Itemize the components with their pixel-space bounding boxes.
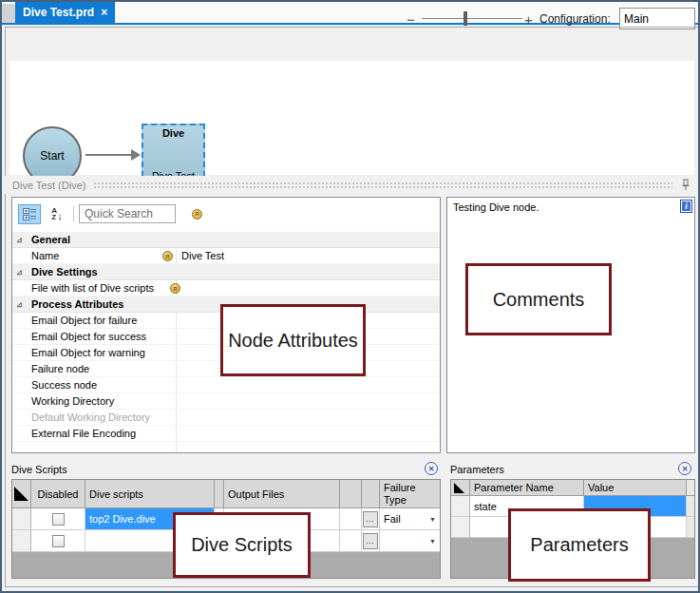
required-badge-icon: R: [170, 283, 180, 294]
scrollbar-gutter: [687, 517, 694, 538]
column-header-spacer[interactable]: [340, 480, 362, 508]
disabled-checkbox[interactable]: [52, 513, 65, 526]
column-header-dive-scripts[interactable]: Dive scripts: [85, 480, 215, 508]
parameters-title: Parameters: [450, 464, 504, 475]
disabled-cell: [31, 508, 85, 530]
annotation-text: Node Attributes: [228, 330, 358, 352]
browse-button[interactable]: …: [363, 533, 378, 549]
expander-icon[interactable]: ⊿: [16, 300, 28, 309]
property-row-success-node[interactable]: Success node: [12, 377, 440, 393]
row-selector[interactable]: [451, 517, 470, 538]
parameters-close-icon[interactable]: ✕: [678, 462, 691, 475]
tab-close-icon[interactable]: ×: [101, 6, 107, 19]
required-badge-icon: R: [162, 251, 173, 261]
dock-grip-texture: [93, 182, 672, 190]
property-label: Email Object for warning: [31, 347, 145, 358]
failure-type-cell[interactable]: ▼: [380, 530, 440, 552]
spacer-cell: [340, 530, 362, 552]
property-label: Working Directory: [31, 395, 114, 407]
tab-bar-spacer: [2, 4, 15, 23]
corner-triangle-icon: [454, 483, 464, 493]
row-selector[interactable]: [12, 508, 31, 530]
comments-text: Testing Dive node.: [453, 201, 539, 213]
property-row-external-file-encoding[interactable]: External File Encoding: [12, 426, 440, 442]
disabled-checkbox[interactable]: [52, 535, 65, 547]
disabled-cell: [31, 530, 85, 552]
property-label: Success node: [31, 379, 97, 391]
row-selector[interactable]: [12, 530, 31, 552]
dive-scripts-close-icon[interactable]: ✕: [425, 462, 438, 475]
annotation-node-attributes: Node Attributes: [220, 304, 366, 376]
table-corner-cell[interactable]: [12, 480, 31, 508]
dive-node-type-label: Dive: [162, 127, 184, 139]
connector-arrowhead-icon: [131, 149, 141, 161]
browse-button[interactable]: …: [363, 511, 378, 527]
start-node-label: Start: [40, 149, 64, 163]
workflow-canvas[interactable]: Start Dive Dive Test: [9, 61, 694, 175]
table-corner-cell[interactable]: [451, 480, 470, 496]
zoom-slider-thumb[interactable]: [464, 11, 467, 26]
categorize-button[interactable]: [18, 204, 41, 224]
property-label: Failure node: [31, 363, 89, 374]
info-icon[interactable]: i: [680, 200, 692, 213]
sort-az-icon: AZ ↓: [51, 207, 62, 220]
row-selector[interactable]: [451, 496, 470, 517]
property-grid-toolbar: AZ ↓ R: [12, 198, 440, 230]
category-label: General: [31, 234, 70, 245]
failure-type-cell[interactable]: Fail ▼: [380, 508, 440, 530]
dropdown-arrow-icon[interactable]: ▼: [429, 538, 436, 545]
property-row-file-with-list[interactable]: File with list of Dive scripts R: [12, 280, 440, 296]
expander-icon[interactable]: ⊿: [16, 236, 28, 244]
property-category-dive-settings[interactable]: ⊿ Dive Settings: [12, 264, 440, 280]
failure-type-value: Fail: [384, 513, 401, 525]
column-header-disabled[interactable]: Disabled: [31, 480, 85, 508]
spacer-cell: [340, 508, 362, 530]
scrollbar-gutter: [687, 496, 694, 517]
property-label: File with list of Dive scripts: [31, 282, 154, 294]
toolbar-separator: [73, 206, 74, 221]
annotation-parameters: Parameters: [508, 508, 651, 582]
property-label: Default Working Directory: [31, 411, 150, 423]
column-header-browse[interactable]: [362, 480, 380, 508]
dock-title: Dive Test (Dive): [12, 180, 85, 191]
annotation-dive-scripts: Dive Scripts: [173, 512, 311, 578]
quick-search-input[interactable]: [79, 204, 176, 223]
dropdown-arrow-icon[interactable]: ▼: [429, 516, 436, 523]
sort-alphabetical-button[interactable]: AZ ↓: [46, 204, 68, 224]
application-window: Dive Test.prd × − + Configuration: Start…: [0, 0, 700, 593]
property-row-working-directory[interactable]: Working Directory: [12, 393, 440, 410]
annotation-text: Dive Scripts: [191, 534, 293, 556]
tab-dive-test-prd[interactable]: Dive Test.prd ×: [15, 2, 115, 23]
annotation-text: Comments: [493, 289, 585, 311]
property-row-name[interactable]: Name R Dive Test: [12, 248, 440, 264]
property-label: Email Object for failure: [31, 315, 137, 326]
property-row-default-working-directory: Default Working Directory: [12, 410, 440, 426]
browse-cell: …: [362, 508, 380, 530]
column-header-failure-type[interactable]: Failure Type: [380, 480, 440, 508]
column-header-output-files[interactable]: Output Files: [224, 480, 340, 508]
column-header-spacer[interactable]: [215, 480, 224, 508]
tab-title: Dive Test.prd: [23, 6, 94, 19]
required-badge-icon: R: [192, 209, 202, 220]
dive-scripts-title: Dive Scripts: [11, 464, 67, 475]
column-header-parameter-name[interactable]: Parameter Name: [470, 480, 584, 496]
property-category-general[interactable]: ⊿ General: [12, 232, 440, 248]
category-label: Process Attributes: [31, 298, 123, 310]
expander-icon[interactable]: ⊿: [16, 268, 28, 277]
category-label: Dive Settings: [31, 266, 98, 277]
annotation-text: Parameters: [530, 534, 628, 556]
column-header-value[interactable]: Value: [584, 480, 687, 496]
dock-header: Dive Test (Dive): [5, 176, 699, 194]
property-label: External File Encoding: [31, 428, 136, 439]
property-label: Name: [31, 250, 59, 261]
property-value[interactable]: Dive Test: [181, 248, 224, 263]
pin-icon[interactable]: [680, 179, 691, 191]
browse-cell: …: [362, 530, 380, 552]
zoom-slider-track[interactable]: [422, 18, 522, 19]
corner-triangle-icon: [14, 487, 28, 501]
categorize-icon: [23, 208, 37, 220]
property-label: Email Object for success: [31, 331, 146, 342]
connector-line: [85, 154, 133, 156]
annotation-comments: Comments: [465, 263, 612, 335]
scrollbar-gutter: [687, 480, 694, 496]
